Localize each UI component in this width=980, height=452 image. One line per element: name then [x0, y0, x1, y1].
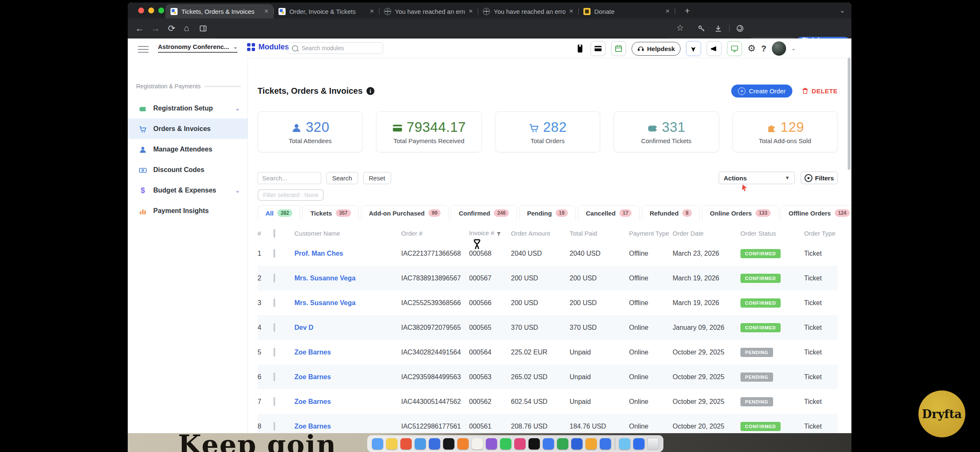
dock-icon[interactable]: [486, 438, 497, 449]
table-row[interactable]: 5 Zoe Barnes IAC3402824491564 000564 225…: [258, 340, 838, 365]
customer-name-link[interactable]: Dev D: [294, 324, 401, 331]
row-checkbox[interactable]: [273, 422, 275, 431]
row-checkbox[interactable]: [273, 298, 275, 307]
dock-icon[interactable]: [571, 438, 583, 449]
sidebar-item[interactable]: Payment Insights: [128, 200, 248, 221]
dock[interactable]: [367, 435, 663, 452]
dock-icon[interactable]: [372, 438, 383, 449]
dock-icon[interactable]: [619, 438, 630, 449]
help-icon[interactable]: ?: [761, 44, 766, 54]
status-tab[interactable]: Refunded 8: [642, 205, 700, 221]
guidebook-icon[interactable]: [575, 44, 585, 54]
scrollbar-thumb[interactable]: [848, 58, 851, 170]
sidebar-item[interactable]: $ Budget & Expenses ⌄: [128, 180, 248, 200]
row-checkbox[interactable]: [273, 372, 275, 381]
browser-tab[interactable]: Tickets, Orders & Invoices ×: [165, 4, 273, 18]
close-tab-icon[interactable]: ×: [264, 7, 268, 15]
column-header[interactable]: Order #: [401, 230, 469, 237]
download-icon[interactable]: [714, 24, 722, 33]
dock-icon[interactable]: [386, 438, 397, 449]
dock-icon[interactable]: [529, 438, 540, 449]
create-order-button[interactable]: + Create Order: [731, 85, 792, 98]
customer-name-link[interactable]: Zoe Barnes: [294, 349, 401, 356]
column-header[interactable]: Customer Name: [294, 230, 401, 237]
filters-button[interactable]: Filters: [801, 172, 838, 184]
status-tab[interactable]: Offline Orders 124: [781, 205, 851, 221]
table-row[interactable]: 2 Mrs. Susanne Vega IAC7838913896567 000…: [258, 266, 838, 290]
search-input[interactable]: Search...: [258, 172, 321, 184]
column-header[interactable]: Order Status: [740, 230, 804, 237]
status-tab[interactable]: Add-on Purchased 99: [361, 205, 449, 221]
status-tab[interactable]: Confirmed 246: [451, 205, 517, 221]
new-tab-button[interactable]: +: [685, 6, 690, 16]
row-checkbox[interactable]: [273, 397, 275, 406]
table-row[interactable]: 8 Zoe Barnes IAC5122986177561 000561 208…: [258, 414, 838, 433]
display-icon[interactable]: [727, 41, 742, 56]
close-tab-icon[interactable]: ×: [370, 7, 374, 15]
sidebar-item[interactable]: Manage Attendees: [128, 139, 248, 159]
sidebar-item[interactable]: Orders & Invoices: [128, 118, 248, 139]
browser-tab[interactable]: You have reached an error pa ×: [478, 4, 578, 18]
dock-icon[interactable]: [514, 438, 526, 449]
payments-icon[interactable]: [591, 41, 606, 56]
back-icon[interactable]: ←: [135, 24, 144, 33]
customer-name-link[interactable]: Zoe Barnes: [294, 373, 401, 381]
customer-name-link[interactable]: Mrs. Susanne Vega: [294, 275, 401, 282]
table-row[interactable]: 7 Zoe Barnes IAC4430051447562 000562 602…: [258, 389, 838, 414]
window-controls[interactable]: [138, 8, 164, 13]
dock-icon[interactable]: [600, 438, 611, 449]
table-row[interactable]: 3 Mrs. Susanne Vega IAC2552539368566 000…: [258, 290, 838, 315]
customer-name-link[interactable]: Prof. Man Ches: [294, 250, 401, 257]
actions-dropdown[interactable]: Actions ▼: [719, 172, 795, 184]
status-tab[interactable]: Pending 19: [519, 205, 576, 221]
select-all-checkbox[interactable]: [273, 229, 275, 238]
column-header[interactable]: Order Date: [673, 230, 740, 237]
dock-icon[interactable]: [543, 438, 554, 449]
modules-button[interactable]: Modules: [247, 43, 289, 51]
table-row[interactable]: 4 Dev D IAC3820972079565 000565 370 USD …: [258, 315, 838, 340]
launch-icon[interactable]: [686, 41, 701, 56]
status-tab[interactable]: Cancelled 17: [578, 205, 640, 221]
avatar[interactable]: [772, 41, 786, 56]
dock-icon[interactable]: [443, 438, 454, 449]
delete-button[interactable]: DELETE: [802, 87, 838, 95]
calendar-icon[interactable]: [611, 41, 626, 56]
row-checkbox[interactable]: [273, 348, 275, 357]
module-search-input[interactable]: Search modules: [288, 42, 383, 54]
row-checkbox[interactable]: [273, 323, 275, 332]
customer-name-link[interactable]: Zoe Barnes: [294, 423, 401, 430]
row-checkbox[interactable]: [273, 249, 275, 258]
close-tab-icon[interactable]: ×: [469, 7, 473, 15]
browser-tab[interactable]: Donate ×: [578, 4, 675, 18]
status-tab[interactable]: Tickets 357: [302, 205, 358, 221]
customer-name-link[interactable]: Zoe Barnes: [294, 398, 401, 406]
home-icon[interactable]: ⌂: [184, 23, 189, 32]
maximize-window-button[interactable]: [158, 8, 164, 13]
info-icon[interactable]: i: [366, 87, 374, 95]
bookmark-star-icon[interactable]: ☆: [676, 23, 684, 32]
reset-button[interactable]: Reset: [363, 172, 391, 184]
dock-icon[interactable]: [500, 438, 511, 449]
search-button[interactable]: Search: [326, 172, 358, 184]
reload-icon[interactable]: ⟳: [168, 24, 175, 33]
minimize-window-button[interactable]: [148, 8, 154, 13]
announcements-icon[interactable]: [707, 41, 722, 56]
close-window-button[interactable]: [138, 8, 144, 13]
dock-icon[interactable]: [400, 438, 412, 449]
column-header[interactable]: Order Amount: [511, 230, 570, 237]
dock-icon[interactable]: [585, 438, 597, 449]
row-checkbox[interactable]: [273, 274, 275, 282]
hamburger-menu-icon[interactable]: [138, 44, 149, 55]
sidebar-item[interactable]: Registration Setup ⌄: [128, 98, 248, 118]
profile-chevron-icon[interactable]: ⌄: [792, 46, 796, 51]
table-row[interactable]: 6 Zoe Barnes IAC2935984499563 000563 265…: [258, 365, 838, 389]
side-panel-icon[interactable]: [199, 24, 207, 33]
dock-icon[interactable]: [457, 438, 469, 449]
dock-icon[interactable]: [557, 438, 568, 449]
dock-icon[interactable]: [633, 438, 645, 449]
event-selector-dropdown[interactable]: Astronomy Conferenc... ⌄: [158, 43, 237, 53]
customer-name-link[interactable]: Mrs. Susanne Vega: [294, 299, 401, 307]
status-tab[interactable]: Online Orders 133: [702, 205, 779, 221]
close-tab-icon[interactable]: ×: [665, 7, 670, 15]
dock-icon[interactable]: [429, 438, 440, 449]
